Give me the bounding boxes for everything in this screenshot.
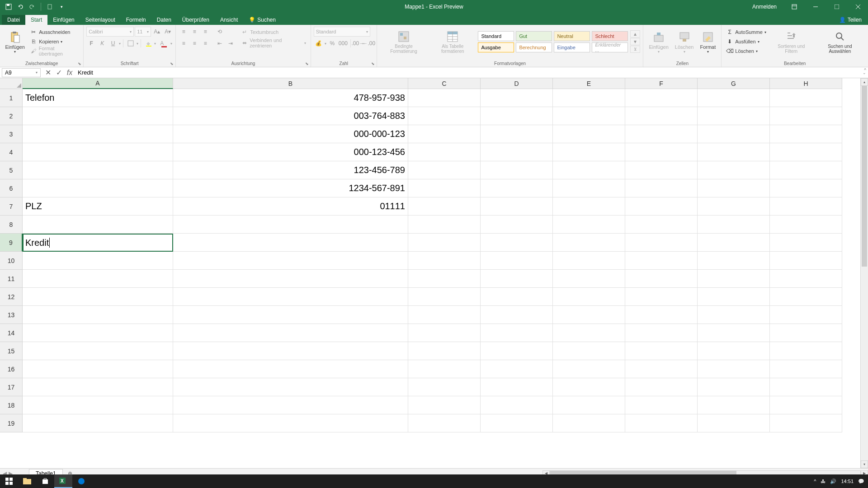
row-header-10[interactable]: 10 (0, 252, 23, 270)
cell-F6[interactable] (625, 179, 698, 197)
cell-G8[interactable] (698, 216, 770, 234)
scroll-up-icon[interactable]: ▴ (861, 78, 868, 86)
cell-F10[interactable] (625, 252, 698, 270)
font-name-picker[interactable]: Calibri▾ (86, 27, 134, 37)
tab-ansicht[interactable]: Ansicht (215, 15, 243, 25)
cell-G15[interactable] (698, 342, 770, 360)
row-header-5[interactable]: 5 (0, 161, 23, 179)
column-header-D[interactable]: D (481, 78, 553, 89)
orientation-icon[interactable]: ⟲ (215, 27, 225, 37)
increase-decimal-icon[interactable]: .00→ (353, 38, 363, 48)
network-icon[interactable]: 🖧 (821, 479, 826, 484)
tab-start[interactable]: Start (25, 15, 47, 25)
cell-E18[interactable] (553, 396, 625, 414)
column-header-E[interactable]: E (553, 78, 625, 89)
scroll-thumb[interactable] (862, 86, 867, 267)
row-header-4[interactable]: 4 (0, 143, 23, 161)
cell-G14[interactable] (698, 324, 770, 342)
cell-H15[interactable] (770, 342, 842, 360)
cell-F11[interactable] (625, 270, 698, 288)
start-button[interactable] (0, 474, 18, 488)
decrease-font-icon[interactable]: A▾ (163, 27, 173, 37)
comma-format-icon[interactable]: 000 (338, 38, 348, 48)
cell-G6[interactable] (698, 179, 770, 197)
cell-B10[interactable] (173, 252, 408, 270)
cell-D14[interactable] (481, 324, 553, 342)
cell-B3[interactable]: 000-000-123 (173, 125, 408, 143)
style-ausgabe[interactable]: Ausgabe (478, 42, 514, 52)
cell-H2[interactable] (770, 107, 842, 125)
cell-B5[interactable]: 123-456-789 (173, 161, 408, 179)
cell-E14[interactable] (553, 324, 625, 342)
cell-A5[interactable] (23, 161, 173, 179)
cell-E6[interactable] (553, 179, 625, 197)
insert-function-icon[interactable]: fx (64, 68, 75, 77)
cell-C2[interactable] (408, 107, 481, 125)
cell-A6[interactable] (23, 179, 173, 197)
edge-icon[interactable] (72, 474, 90, 488)
cell-E10[interactable] (553, 252, 625, 270)
number-format-picker[interactable]: Standard▾ (314, 27, 370, 37)
number-dialog-icon[interactable]: ⬊ (371, 61, 375, 66)
cell-E11[interactable] (553, 270, 625, 288)
cell-G10[interactable] (698, 252, 770, 270)
cell-E8[interactable] (553, 216, 625, 234)
align-left-icon[interactable]: ≡ (179, 38, 189, 48)
row-header-8[interactable]: 8 (0, 216, 23, 234)
row-header-18[interactable]: 18 (0, 396, 23, 414)
cell-A4[interactable] (23, 143, 173, 161)
cell-E19[interactable] (553, 414, 625, 432)
cell-A7[interactable]: PLZ (23, 197, 173, 216)
cell-F9[interactable] (625, 234, 698, 252)
collapse-ribbon-icon[interactable]: ^ (864, 68, 866, 73)
cell-G5[interactable] (698, 161, 770, 179)
cell-B16[interactable] (173, 360, 408, 378)
row-header-16[interactable]: 16 (0, 360, 23, 378)
cell-G17[interactable] (698, 378, 770, 396)
cell-E16[interactable] (553, 360, 625, 378)
cell-B14[interactable] (173, 324, 408, 342)
tab-suchen[interactable]: 💡Suchen (243, 15, 281, 25)
close-icon[interactable] (848, 0, 868, 14)
format-as-table-button[interactable]: Als Tabelle formatieren (429, 27, 476, 56)
row-header-1[interactable]: 1 (0, 89, 23, 107)
delete-cells-button[interactable]: Löschen▾ (672, 27, 697, 56)
cell-A9[interactable]: Kredit (23, 234, 173, 252)
cell-G19[interactable] (698, 414, 770, 432)
cell-E5[interactable] (553, 161, 625, 179)
styles-scroll-up-icon[interactable]: ▴ (630, 30, 640, 38)
cell-C9[interactable] (408, 234, 481, 252)
italic-button[interactable]: K (97, 38, 107, 48)
cell-F14[interactable] (625, 324, 698, 342)
font-dialog-icon[interactable]: ⬊ (170, 61, 174, 66)
cell-G12[interactable] (698, 288, 770, 306)
decrease-indent-icon[interactable]: ⇤ (215, 38, 225, 48)
row-header-2[interactable]: 2 (0, 107, 23, 125)
notifications-icon[interactable]: 💬 (858, 479, 864, 484)
cell-F1[interactable] (625, 89, 698, 107)
tab-einfuegen[interactable]: Einfügen (47, 15, 80, 25)
format-cells-button[interactable]: Format▾ (697, 27, 718, 56)
cell-H14[interactable] (770, 324, 842, 342)
cell-C15[interactable] (408, 342, 481, 360)
align-middle-icon[interactable]: ≡ (189, 27, 199, 37)
cell-B1[interactable]: 478-957-938 (173, 89, 408, 107)
cell-G2[interactable] (698, 107, 770, 125)
row-header-6[interactable]: 6 (0, 179, 23, 197)
cell-F8[interactable] (625, 216, 698, 234)
cell-G11[interactable] (698, 270, 770, 288)
row-header-19[interactable]: 19 (0, 414, 23, 432)
cell-H13[interactable] (770, 306, 842, 324)
find-select-button[interactable]: Suchen und Auswählen (815, 27, 865, 56)
cell-C13[interactable] (408, 306, 481, 324)
cell-H18[interactable] (770, 396, 842, 414)
column-header-A[interactable]: A (23, 78, 173, 89)
cell-F3[interactable] (625, 125, 698, 143)
style-erklaer[interactable]: Erklärender ... (592, 42, 628, 52)
cell-E13[interactable] (553, 306, 625, 324)
row-header-13[interactable]: 13 (0, 306, 23, 324)
cell-B8[interactable] (173, 216, 408, 234)
cell-D11[interactable] (481, 270, 553, 288)
style-eingabe[interactable]: Eingabe (554, 42, 590, 52)
qat-customize-icon[interactable]: ▾ (57, 2, 66, 12)
